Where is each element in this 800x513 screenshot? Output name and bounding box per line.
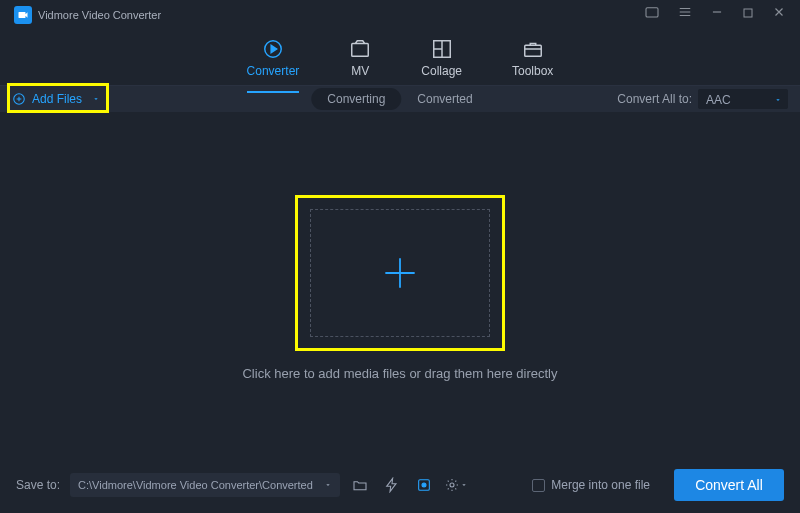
plus-circle-icon (12, 92, 26, 106)
gpu-accel-button[interactable] (380, 473, 404, 497)
app-title: Vidmore Video Converter (38, 9, 161, 21)
save-to-path: C:\Vidmore\Vidmore Video Converter\Conve… (78, 479, 313, 491)
tab-converter-label: Converter (247, 64, 300, 78)
minimize-icon[interactable] (710, 5, 724, 25)
chevron-down-icon (92, 95, 100, 103)
mv-icon (349, 38, 371, 60)
chevron-down-icon (774, 96, 782, 104)
drop-zone-inner (310, 209, 490, 337)
convert-all-to-dropdown[interactable]: AAC (698, 89, 788, 109)
feedback-icon[interactable] (644, 5, 660, 25)
merge-into-one-toggle[interactable]: Merge into one file (532, 478, 650, 492)
open-folder-button[interactable] (348, 473, 372, 497)
svg-rect-1 (744, 9, 752, 17)
window-controls (644, 5, 786, 25)
tab-collage-label: Collage (421, 64, 462, 78)
svg-rect-0 (646, 8, 658, 17)
plus-icon (378, 251, 422, 295)
save-to-label: Save to: (16, 478, 60, 492)
status-tabs: Converting Converted (311, 88, 488, 110)
convert-all-to-value: AAC (706, 93, 731, 107)
maximize-icon[interactable] (742, 5, 754, 25)
tab-mv-label: MV (351, 64, 369, 78)
svg-point-8 (422, 483, 426, 487)
settings-button[interactable] (444, 473, 468, 497)
sub-bar: Add Files Converting Converted Convert A… (0, 86, 800, 112)
converter-icon (262, 38, 284, 60)
collage-icon (431, 38, 453, 60)
main-tabs: Converter MV Collage Toolbox (0, 30, 800, 86)
main-area: Click here to add media files or drag th… (0, 112, 800, 457)
chevron-down-icon (324, 481, 332, 489)
chevron-down-icon (460, 481, 468, 489)
drop-zone[interactable] (298, 198, 502, 348)
toolbox-icon (522, 38, 544, 60)
close-icon[interactable] (772, 5, 786, 25)
convert-all-to-label: Convert All to: (617, 92, 692, 106)
menu-icon[interactable] (678, 5, 692, 25)
merge-label: Merge into one file (551, 478, 650, 492)
tab-mv[interactable]: MV (349, 38, 371, 78)
tab-toolbox-label: Toolbox (512, 64, 553, 78)
drop-hint-text: Click here to add media files or drag th… (242, 366, 557, 381)
tab-collage[interactable]: Collage (421, 38, 462, 78)
titlebar: Vidmore Video Converter (0, 0, 800, 30)
tab-converter[interactable]: Converter (247, 38, 300, 78)
subtab-converted[interactable]: Converted (401, 88, 488, 110)
svg-point-9 (450, 483, 454, 487)
convert-all-to: Convert All to: AAC (617, 89, 788, 109)
high-speed-button[interactable] (412, 473, 436, 497)
bottom-bar: Save to: C:\Vidmore\Vidmore Video Conver… (0, 457, 800, 513)
checkbox-icon (532, 479, 545, 492)
convert-all-button[interactable]: Convert All (674, 469, 784, 501)
svg-rect-3 (352, 43, 369, 56)
add-files-label: Add Files (32, 92, 82, 106)
add-files-button[interactable]: Add Files (12, 92, 100, 106)
subtab-converting[interactable]: Converting (311, 88, 401, 110)
save-to-dropdown[interactable]: C:\Vidmore\Vidmore Video Converter\Conve… (70, 473, 340, 497)
tab-toolbox[interactable]: Toolbox (512, 38, 553, 78)
app-logo-icon (14, 6, 32, 24)
svg-rect-5 (524, 45, 541, 56)
